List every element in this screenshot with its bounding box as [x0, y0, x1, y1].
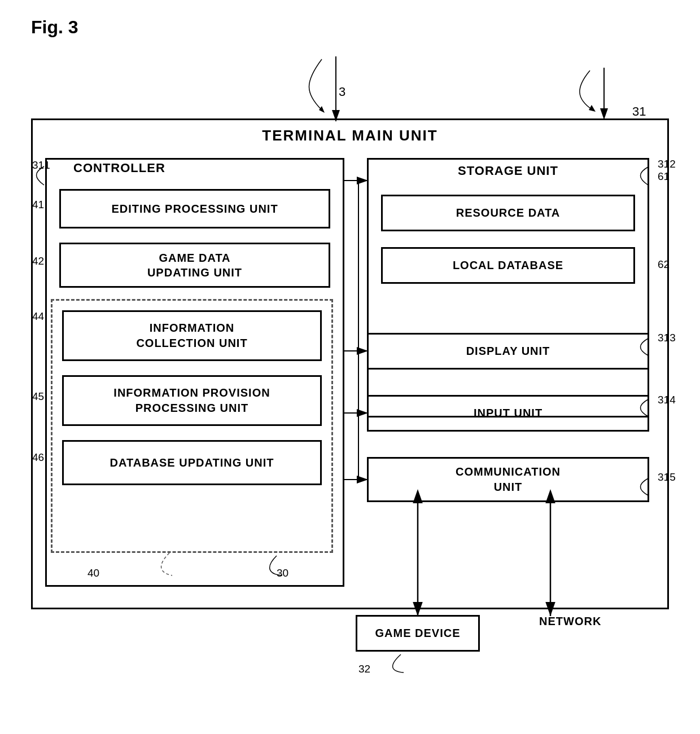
- terminal-main-unit-label: TERMINAL MAIN UNIT: [31, 127, 669, 144]
- ref-label-313: 313: [658, 332, 676, 344]
- local-database-box: LOCAL DATABASE: [381, 247, 635, 284]
- svg-marker-19: [589, 105, 596, 112]
- database-updating-unit-box: DATABASE UPDATING UNIT: [62, 440, 322, 485]
- ref-label-46: 46: [32, 451, 44, 464]
- communication-unit-box: COMMUNICATIONUNIT: [367, 457, 649, 502]
- editing-processing-unit-box: EDITING PROCESSING UNIT: [59, 189, 330, 228]
- information-collection-unit-label: INFORMATIONCOLLECTION UNIT: [136, 320, 247, 351]
- ref-label-40: 40: [88, 567, 99, 579]
- display-unit-label: DISPLAY UNIT: [466, 345, 550, 358]
- ref-label-32: 32: [358, 663, 370, 675]
- ref-label-30: 30: [277, 567, 288, 579]
- ref-label-41: 41: [32, 199, 44, 211]
- game-device-label: GAME DEVICE: [375, 627, 460, 640]
- information-provision-processing-unit-box: INFORMATION PROVISIONPROCESSING UNIT: [62, 375, 322, 426]
- ref-label-314: 314: [658, 394, 676, 406]
- ref-label-45: 45: [32, 390, 44, 403]
- game-device-box: GAME DEVICE: [356, 615, 480, 652]
- ref-label-61: 61: [658, 170, 670, 183]
- display-unit-box: DISPLAY UNIT: [367, 333, 649, 370]
- game-data-updating-unit-box: GAME DATAUPDATING UNIT: [59, 243, 330, 288]
- ref-label-312: 312: [658, 158, 676, 170]
- information-provision-processing-unit-label: INFORMATION PROVISIONPROCESSING UNIT: [113, 385, 270, 416]
- network-label: NETWORK: [539, 615, 601, 628]
- input-unit-label: INPUT UNIT: [474, 407, 542, 420]
- storage-unit-label: STORAGE UNIT: [395, 164, 621, 178]
- diagram-container: Fig. 3: [0, 0, 700, 734]
- resource-data-label: RESOURCE DATA: [456, 206, 560, 219]
- ref-label-44: 44: [32, 310, 44, 323]
- editing-processing-unit-label: EDITING PROCESSING UNIT: [111, 203, 278, 216]
- information-collection-unit-box: INFORMATIONCOLLECTION UNIT: [62, 310, 322, 361]
- ref-label-42: 42: [32, 255, 44, 267]
- database-updating-unit-label: DATABASE UPDATING UNIT: [110, 456, 274, 469]
- ref-label-62: 62: [658, 258, 670, 271]
- local-database-label: LOCAL DATABASE: [453, 259, 563, 272]
- game-data-updating-unit-label: GAME DATAUPDATING UNIT: [147, 250, 242, 280]
- figure-title: Fig. 3: [31, 17, 78, 38]
- svg-marker-18: [319, 106, 325, 113]
- ref-label-315: 315: [658, 471, 676, 484]
- ref-label-3: 3: [339, 85, 345, 99]
- resource-data-box: RESOURCE DATA: [381, 195, 635, 231]
- communication-unit-label: COMMUNICATIONUNIT: [456, 464, 561, 495]
- controller-label: CONTROLLER: [73, 161, 165, 175]
- input-unit-box: INPUT UNIT: [367, 395, 649, 432]
- ref-label-31: 31: [632, 104, 646, 119]
